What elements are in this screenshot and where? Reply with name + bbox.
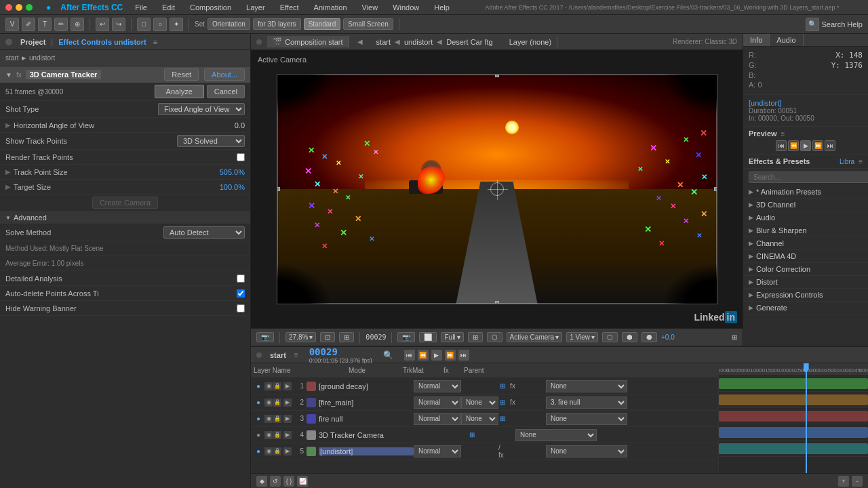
menu-layer[interactable]: Layer [243,2,268,13]
layer-2-mode[interactable]: Normal [414,396,461,409]
layer-2-solo[interactable]: ◉ [264,399,273,407]
layer-1-mode[interactable]: Normal [414,380,461,392]
selection-tool[interactable]: V [5,18,19,31]
layer-4-name[interactable]: 3D Tracker Camera [319,431,414,439]
render-track-points-checkbox[interactable] [237,153,245,161]
ep-cat-distort[interactable]: ▶ Distort [743,276,868,289]
ep-cat-cinema4d[interactable]: ▶ CINEMA 4D [743,250,868,263]
nav-undistort[interactable]: undistort [404,38,433,46]
target-size-value[interactable]: 100.0% [220,183,245,191]
vt-region-btn[interactable]: ⊞ [468,332,483,342]
layer-1-lock[interactable]: 🔒 [273,382,281,390]
vt-3d-btn[interactable]: ⬡ [487,332,502,342]
menu-window[interactable]: Window [390,2,422,13]
layer-2-expand[interactable]: ▶ [283,399,292,407]
prev-back-btn[interactable]: ⏪ [788,140,799,151]
layer-row-5[interactable]: ● ◉ 🔒 ▶ 5 [undistort] Normal [251,443,718,460]
vt-render-btn[interactable]: ⬡ [602,332,618,342]
vt-cam-btn[interactable]: 📷 [397,332,415,342]
menu-effect[interactable]: Effect [277,2,302,13]
tracker-name[interactable]: 3D Camera Tracker [26,70,102,79]
info-tab[interactable]: Info [743,34,770,46]
vt-alpha-btn[interactable]: ⬜ [419,332,437,342]
layer-2-visibility[interactable]: ● [254,398,263,407]
layer-5-name[interactable]: [undistort] [319,447,414,455]
layer-3-solo[interactable]: ◉ [264,415,273,423]
tl-loop[interactable]: ↺ [270,476,281,487]
effects-lib-label[interactable]: Libra [840,158,854,165]
ws-standard[interactable]: Standard [304,18,341,30]
layer-3-visibility[interactable]: ● [254,414,263,424]
timeline-search-icon[interactable]: 🔍 [383,350,393,360]
playhead[interactable] [806,363,807,473]
auto-delete-checkbox[interactable] [237,289,245,298]
menu-animation[interactable]: Animation [311,2,350,13]
rect-tool[interactable]: □ [137,18,151,31]
vt-snapshot-btn[interactable]: 📷 [256,332,274,342]
menu-edit[interactable]: Edit [159,2,178,13]
view-count-dropdown[interactable]: 1 View ▾ [566,332,598,342]
shot-type-select[interactable]: Fixed Angle of View [158,103,245,115]
detailed-analysis-checkbox[interactable] [237,274,245,283]
ellipse-tool[interactable]: ○ [153,18,167,31]
ep-cat-blur[interactable]: ▶ Blur & Sharpen [743,224,868,237]
layer-2-parent[interactable]: 3. fire null [546,396,627,409]
menu-help[interactable]: Help [431,2,452,13]
prev-play-btn[interactable]: ▶ [800,140,811,151]
prev-first-btn[interactable]: ⏮ [776,140,787,151]
shot-type-dropdown[interactable]: Fixed Angle of View [158,103,245,115]
layer-4-lock[interactable]: 🔒 [273,431,281,439]
layer-4-parent[interactable]: None [515,429,597,441]
menu-view[interactable]: View [359,2,381,13]
layer-1-visibility[interactable]: ● [254,382,263,391]
layer-3-name[interactable]: fire null [319,415,414,423]
layer-2-name[interactable]: [fire_main] [319,399,414,407]
effect-controls-tab[interactable]: Effect Controls undistort [58,38,146,46]
vt-draft-btn[interactable]: ⬢ [622,332,637,342]
maximize-window-btn[interactable] [26,4,33,11]
layer-1-name[interactable]: [ground decay] [319,382,414,390]
nav-desert[interactable]: Desert Car ftg [446,38,492,46]
layer-5-expand[interactable]: ▶ [283,447,292,455]
layer-row-1[interactable]: ● ◉ 🔒 ▶ 1 [ground decay] Normal [251,378,718,394]
layer-5-lock[interactable]: 🔒 [273,447,281,455]
layer-1-3d-icon[interactable]: ⊞ [498,382,507,390]
transport-play[interactable]: ▶ [431,350,442,361]
layer-5-solo[interactable]: ◉ [264,447,273,455]
tl-zoom-in[interactable]: + [838,476,849,487]
prev-fwd-btn[interactable]: ⏩ [812,140,823,151]
layer-4-visibility[interactable]: ● [254,430,263,440]
viewer-area[interactable]: Active Camera [251,50,743,328]
timecode-display[interactable]: 00029 [366,333,386,341]
audio-tab[interactable]: Audio [770,34,803,46]
transport-last[interactable]: ⏭ [458,350,469,361]
vt-grid-btn[interactable]: ⊞ [339,332,354,342]
layer-2-trkmat[interactable]: None [461,396,498,409]
analyze-btn[interactable]: Analyze [155,85,204,98]
transport-fwd[interactable]: ⏩ [445,350,456,361]
layer-3-lock[interactable]: 🔒 [273,415,281,423]
project-tab[interactable]: Project [20,38,45,46]
ep-cat-channel[interactable]: ▶ Channel [743,237,868,250]
layer-5-parent[interactable]: None [546,445,627,458]
layer-1-expand[interactable]: ▶ [283,382,292,390]
type-tool[interactable]: T [38,18,52,31]
comp-tab-start[interactable]: 🎬 Composition start [267,36,349,47]
layer-row-3[interactable]: ● ◉ 🔒 ▶ 3 fire null Normal No [251,411,718,427]
hide-warning-checkbox[interactable] [237,304,245,312]
layer-1-parent[interactable]: None [546,380,627,392]
brush-tool[interactable]: ✏ [54,18,68,31]
layer-3-3d-icon[interactable]: ⊞ [498,415,507,423]
vt-expand-btn[interactable]: ⊞ [732,333,737,341]
camera-dropdown[interactable]: Active Camera ▾ [507,332,563,342]
layer-2-3d-icon[interactable]: ⊞ [498,399,507,407]
ws-small-screen[interactable]: Small Screen [343,18,393,30]
ep-cat-animation[interactable]: ▶ * Animation Presets [743,186,868,199]
ws-orientation[interactable]: Orientation [208,18,250,30]
clone-tool[interactable]: ⊕ [71,18,84,31]
comp-tab-layer[interactable]: Layer (none) [504,37,557,47]
transport-first[interactable]: ⏮ [404,350,415,361]
layer-3-mode[interactable]: Normal [414,413,461,425]
timeline-tracks[interactable]: 00000 00005 00010 00015 00020 00025 0003… [719,363,868,473]
layer-1-fx-icon[interactable]: fx [509,382,517,390]
